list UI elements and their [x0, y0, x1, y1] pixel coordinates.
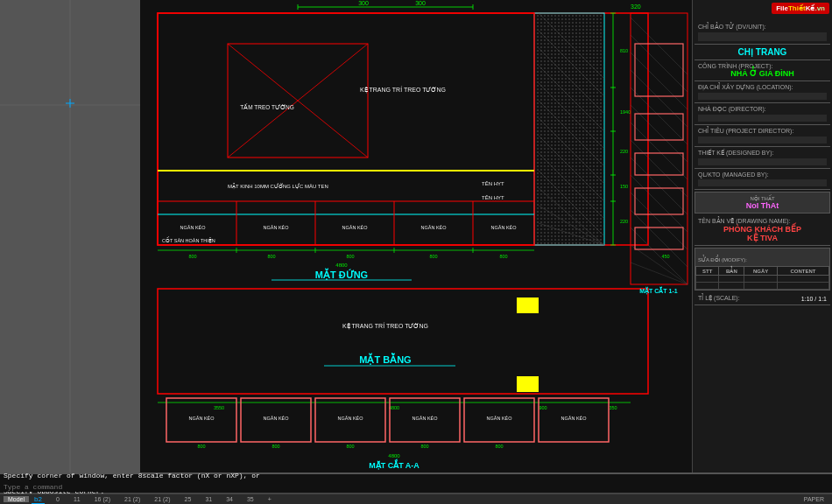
svg-text:800: 800: [346, 444, 354, 449]
svg-text:800: 800: [267, 254, 275, 259]
rp-scale-value: 1:10 / 1:1: [801, 296, 827, 302]
col-ban: BẢN: [719, 267, 744, 276]
status-11[interactable]: 11: [71, 496, 83, 502]
svg-text:NGĂN KÉO: NGĂN KÉO: [180, 225, 206, 230]
rp-thiet-ke-section: THIẾT KẾ (DESIGNED BY):: [695, 147, 830, 169]
status-0[interactable]: 0: [53, 496, 62, 502]
svg-rect-76: [517, 376, 539, 392]
svg-text:TÊN HYT: TÊN HYT: [482, 180, 504, 186]
svg-rect-75: [517, 298, 539, 313]
status-bar: Model b2 0 11 16 (2) 21 (2) 21 (2) 25 31…: [0, 494, 832, 504]
svg-text:4800: 4800: [388, 453, 400, 458]
status-coord: b2: [32, 495, 45, 504]
svg-text:MẶT ĐỨNG: MẶT ĐỨNG: [315, 268, 368, 281]
rp-chi-dat-label: CHỈ BẢO TỬ (DV/UNIT):: [698, 24, 827, 31]
svg-text:320: 320: [631, 4, 641, 10]
rp-sua-doi-section: SỬA ĐỔI (MODIFY): STT BẢN NGÀY CONTENT: [695, 248, 830, 290]
rp-cong-trinh-section: CÔNG TRÌNH (PROJECT): NHÀ Ở GIA ĐÌNH: [695, 60, 830, 81]
svg-text:NGĂN KÉO: NGĂN KÉO: [412, 416, 438, 421]
rp-nha-doc-label: NHÀ ĐỌC (DIRECTOR):: [698, 106, 827, 113]
svg-text:350: 350: [609, 405, 617, 410]
command-input[interactable]: [4, 483, 434, 491]
svg-rect-14: [534, 13, 604, 245]
svg-text:800: 800: [271, 444, 279, 449]
svg-text:MẶT KINH 10MM CƯỜNG LỰC MÀU TE: MẶT KINH 10MM CƯỜNG LỰC MÀU TEN: [228, 183, 328, 190]
status-21b[interactable]: 21 (2): [152, 496, 173, 502]
svg-text:800: 800: [197, 444, 205, 449]
svg-text:NGĂN KÉO: NGĂN KÉO: [263, 416, 289, 421]
svg-text:TÊN HYT: TÊN HYT: [482, 194, 504, 200]
cad-drawing[interactable]: 300 300 320 /* dots rendered below via p…: [140, 0, 692, 472]
svg-text:800: 800: [495, 444, 503, 449]
rp-chi-tieu-section: CHỈ TIÊU (PROJECT DIRECTOR):: [695, 125, 830, 147]
svg-text:4800: 4800: [335, 262, 348, 268]
svg-text:NGĂN KÉO: NGĂN KÉO: [342, 225, 368, 230]
rp-sua-doi-label: SỬA ĐỔI (MODIFY):: [698, 257, 747, 262]
svg-text:810: 810: [620, 48, 628, 53]
rp-dia-chi-section: ĐỊA CHỈ XÂY DỰNG (LOCATION):: [695, 81, 830, 103]
left-gray-panel: [0, 0, 140, 472]
rp-dia-chi-label: ĐỊA CHỈ XÂY DỰNG (LOCATION):: [698, 84, 827, 91]
rp-chi-trang-section: CHỊ TRANG: [695, 45, 830, 60]
status-25[interactable]: 25: [182, 496, 194, 502]
svg-text:NGĂN KÉO: NGĂN KÉO: [490, 225, 517, 230]
svg-text:NGĂN KÉO: NGĂN KÉO: [486, 416, 512, 421]
col-stt: STT: [696, 267, 719, 276]
status-16[interactable]: 16 (2): [92, 496, 113, 502]
svg-text:450: 450: [661, 254, 669, 259]
rp-noi-that-section: NỘI THẤT NoI ThAt: [695, 192, 830, 214]
rp-chi-dat-section: CHỈ BẢO TỬ (DV/UNIT):: [695, 21, 830, 45]
model-tab[interactable]: Model: [4, 496, 29, 502]
svg-text:300: 300: [358, 0, 369, 6]
app-logo: FileThiếtKế.vn: [772, 3, 829, 14]
rp-cong-trinh-label: CÔNG TRÌNH (PROJECT):: [698, 63, 827, 69]
rp-phong-khach-value: PHÒNG KHÁCH BẾP: [698, 225, 827, 234]
svg-text:800: 800: [499, 254, 507, 259]
rp-ten-ban-ve-label: TÊN BẢN VẼ (DRAWING NAME):: [698, 218, 827, 225]
svg-text:300: 300: [415, 0, 426, 6]
right-info-panel: FileThiếtKế.vn CHỈ BẢO TỬ (DV/UNIT): CHỊ…: [692, 0, 832, 472]
svg-text:800: 800: [420, 444, 428, 449]
status-35[interactable]: 35: [244, 496, 257, 502]
status-21[interactable]: 21 (2): [122, 496, 143, 502]
rp-ke-tiva-value: KỆ TIVA: [698, 234, 827, 242]
svg-text:NGĂN KÉO: NGĂN KÉO: [188, 416, 215, 421]
rp-chi-tieu-label: CHỈ TIÊU (PROJECT DIRECTOR):: [698, 128, 827, 135]
rp-noi-that-sub: NoI ThAt: [698, 201, 827, 210]
svg-text:MẶT CẮT 1-1: MẶT CẮT 1-1: [639, 286, 678, 295]
status-plus[interactable]: +: [265, 496, 274, 502]
svg-text:150: 150: [620, 184, 628, 189]
svg-text:3550: 3550: [214, 405, 224, 410]
svg-text:MẶT BẰNG: MẶT BẰNG: [359, 353, 411, 366]
svg-text:NGĂN KÉO: NGĂN KÉO: [263, 225, 289, 230]
svg-text:CỐT SÀN HOÀN THIỆN: CỐT SÀN HOÀN THIỆN: [162, 236, 215, 244]
cmd-line1: Specify corner of window, enter 8scale f…: [4, 472, 434, 480]
status-31[interactable]: 31: [202, 496, 215, 502]
rp-scale-section: TỈ LỆ (SCALE): 1:10 / 1:1: [695, 292, 830, 305]
rp-noi-that-label: NỘI THẤT: [698, 195, 827, 201]
svg-text:NGĂN KÉO: NGĂN KÉO: [420, 225, 447, 230]
svg-text:800: 800: [188, 254, 196, 259]
svg-text:KỆ TRANG TRÍ TREO TƯỜNG: KỆ TRANG TRÍ TREO TƯỜNG: [360, 86, 446, 94]
svg-text:KỆ TRANG TRÍ TREO TƯỜNG: KỆ TRANG TRÍ TREO TƯỜNG: [342, 322, 428, 330]
svg-text:NGĂN KÉO: NGĂN KÉO: [337, 416, 363, 421]
rp-cong-trinh-value: NHÀ Ở GIA ĐÌNH: [698, 69, 827, 78]
svg-text:220: 220: [620, 219, 628, 224]
rp-scale-label: TỈ LỆ (SCALE):: [698, 295, 740, 302]
rp-qlxd-label: QL/KTO (MANAGED BY):: [698, 172, 827, 178]
svg-text:NGĂN KÉO: NGĂN KÉO: [561, 416, 587, 421]
status-34[interactable]: 34: [223, 496, 236, 502]
rp-chi-trang-value: CHỊ TRANG: [698, 47, 827, 57]
svg-text:800: 800: [346, 254, 354, 259]
svg-text:1940: 1940: [620, 109, 631, 115]
paper-tab[interactable]: PAPER: [800, 496, 828, 502]
command-input-area[interactable]: [0, 481, 438, 492]
col-ngay: NGÀY: [744, 267, 778, 276]
svg-text:220: 220: [620, 149, 628, 154]
rp-qlxd-section: QL/KTO (MANAGED BY):: [695, 169, 830, 190]
rp-ten-ban-ve-section: TÊN BẢN VẼ (DRAWING NAME): PHÒNG KHÁCH B…: [695, 215, 830, 246]
svg-text:TẤM TREO TƯỜNG: TẤM TREO TƯỜNG: [240, 103, 294, 110]
svg-text:800: 800: [429, 254, 437, 259]
rp-thiet-ke-label: THIẾT KẾ (DESIGNED BY):: [698, 150, 827, 157]
svg-text:900: 900: [539, 405, 546, 410]
